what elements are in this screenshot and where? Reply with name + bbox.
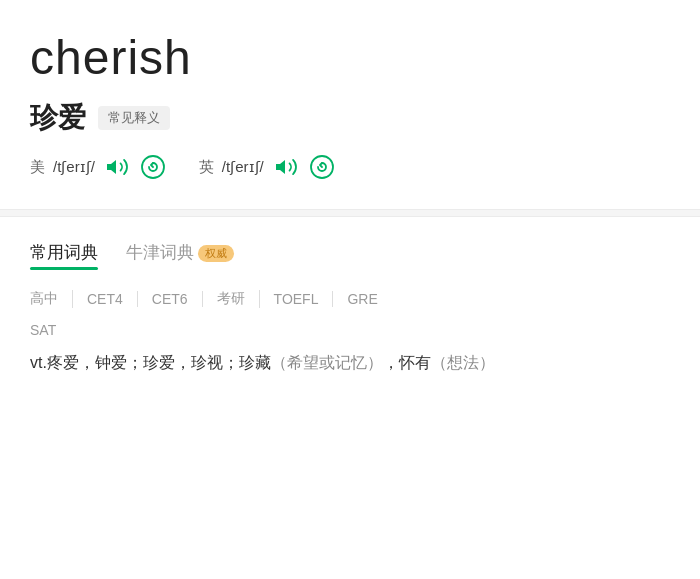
translation-row: 珍爱 常见释义 [30,99,670,137]
definition-block: vt.疼爱，钟爱；珍爱，珍视；珍藏（希望或记忆），怀有（想法） [30,348,670,378]
uk-speaker-button[interactable] [272,153,300,181]
level-tag-sat[interactable]: SAT [30,322,670,338]
oxford-badge: 权威 [198,245,234,262]
tabs-row: 常用词典 牛津词典权威 [30,241,670,270]
uk-label: 英 [199,158,214,177]
uk-replay-button[interactable] [308,153,336,181]
level-tag-cet6[interactable]: CET6 [138,291,203,307]
tab-common-dict[interactable]: 常用词典 [30,241,98,270]
us-replay-button[interactable] [139,153,167,181]
level-tags-row: 高中 CET4 CET6 考研 TOEFL GRE [30,290,670,308]
word-translation: 珍爱 [30,99,86,137]
level-tag-kaoyan[interactable]: 考研 [203,290,260,308]
us-label: 美 [30,158,45,177]
level-tag-high-school[interactable]: 高中 [30,290,73,308]
dictionary-section: 常用词典 牛津词典权威 高中 CET4 CET6 考研 TOEFL GRE SA… [0,217,700,408]
word-title: cherish [30,30,670,85]
word-header: cherish 珍爱 常见释义 美 /tʃerɪʃ/ [0,0,700,209]
uk-phonetic-group: 英 /tʃerɪʃ/ [199,153,336,181]
us-phonetic: /tʃerɪʃ/ [53,158,95,176]
section-divider [0,209,700,217]
level-tag-toefl[interactable]: TOEFL [260,291,334,307]
us-speaker-button[interactable] [103,153,131,181]
level-tag-gre[interactable]: GRE [333,291,391,307]
uk-phonetic: /tʃerɪʃ/ [222,158,264,176]
tab-oxford-dict[interactable]: 牛津词典权威 [126,241,234,270]
us-phonetic-group: 美 /tʃerɪʃ/ [30,153,167,181]
level-tag-cet4[interactable]: CET4 [73,291,138,307]
definition-text: vt.疼爱，钟爱；珍爱，珍视；珍藏（希望或记忆），怀有（想法） [30,348,670,378]
common-meaning-badge[interactable]: 常见释义 [98,106,170,130]
phonetics-row: 美 /tʃerɪʃ/ 英 /tʃerɪʃ/ [30,153,670,181]
